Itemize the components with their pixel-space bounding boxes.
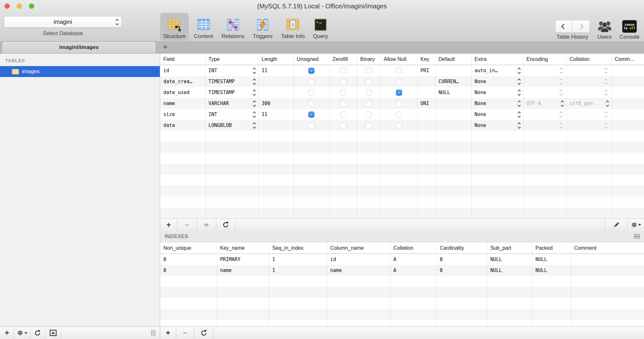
cell-default[interactable] — [435, 98, 471, 109]
col-header-sub-part[interactable]: Sub_part — [487, 242, 532, 254]
type-stepper-icon[interactable] — [253, 79, 255, 84]
cell-collation[interactable]: utf8_gen — [566, 98, 611, 109]
cell-comment[interactable] — [611, 76, 644, 87]
col-header-key[interactable]: Key — [417, 53, 435, 65]
cell-type[interactable]: INT — [205, 65, 258, 76]
zerofill-checkbox[interactable] — [340, 79, 346, 85]
encoding-stepper-icon[interactable] — [558, 112, 563, 117]
cell-field[interactable]: date_used — [160, 87, 205, 98]
cell-default[interactable] — [435, 65, 471, 76]
cell-extra[interactable]: None — [471, 98, 523, 109]
add-tab-button[interactable]: + — [163, 42, 168, 52]
cell-comment[interactable] — [611, 120, 644, 131]
duplicate-field-button[interactable]: ++ — [197, 219, 216, 231]
col-header-packed[interactable]: Packed — [532, 242, 571, 254]
cell-length[interactable]: 300 — [258, 98, 293, 109]
binary-checkbox[interactable] — [366, 101, 372, 107]
tab-imagini-images[interactable]: imagini/images — [2, 41, 156, 53]
col-header-seq-in-index[interactable]: Seq_in_index — [269, 242, 327, 254]
cell-comment[interactable] — [611, 65, 644, 76]
col-header-comment[interactable]: Comm… — [611, 53, 644, 65]
allow-null-checkbox[interactable] — [396, 101, 402, 107]
history-forward-button[interactable] — [572, 20, 590, 33]
cell-type[interactable]: TIMESTAMP — [205, 76, 258, 87]
allow-null-checkbox[interactable] — [396, 111, 402, 118]
table-info-button[interactable]: i Table Info — [278, 13, 308, 41]
field-row-data[interactable]: data LONGBLOB None — [160, 120, 644, 131]
index-row-name[interactable]: 0 name 1 name A 0 NULL NULL — [160, 265, 644, 276]
cell-extra[interactable]: None — [471, 120, 523, 131]
remove-field-button[interactable]: − — [178, 219, 197, 231]
allow-null-checkbox[interactable] — [396, 79, 402, 85]
unsigned-checkbox[interactable] — [308, 68, 314, 74]
cell-default[interactable]: CURREN… — [435, 76, 471, 87]
encoding-stepper-icon[interactable] — [558, 123, 563, 128]
cell-type[interactable]: INT — [205, 109, 258, 120]
col-header-binary[interactable]: Binary — [357, 53, 380, 65]
encoding-stepper-icon[interactable] — [558, 90, 563, 95]
cell-length[interactable]: 11 — [258, 65, 293, 76]
structure-button[interactable]: Structure — [160, 13, 189, 41]
cell-collation[interactable] — [566, 76, 611, 87]
encoding-stepper-icon[interactable] — [558, 79, 563, 84]
users-group[interactable]: Users — [597, 20, 612, 40]
extra-stepper-icon[interactable] — [518, 101, 520, 106]
cell-length[interactable] — [258, 87, 293, 98]
binary-checkbox[interactable] — [366, 122, 372, 129]
col-header-field[interactable]: Field — [160, 53, 205, 65]
refresh-indexes-button[interactable] — [194, 327, 214, 339]
cell-collation[interactable] — [566, 109, 611, 120]
unsigned-checkbox[interactable] — [308, 79, 314, 85]
col-header-comment[interactable]: Comment — [571, 242, 644, 254]
field-gear-button[interactable] — [628, 219, 644, 231]
cell-encoding[interactable]: UTF-8 — [523, 98, 566, 109]
type-stepper-icon[interactable] — [253, 112, 255, 117]
col-header-collation[interactable]: Collation — [566, 53, 611, 65]
extra-stepper-icon[interactable] — [518, 79, 520, 84]
cell-default[interactable] — [435, 120, 471, 131]
collation-stepper-icon[interactable] — [603, 90, 609, 95]
field-row-name[interactable]: name VARCHAR 300 UNI None UTF-8 utf8_gen — [160, 98, 644, 109]
type-stepper-icon[interactable] — [253, 68, 255, 73]
cell-length[interactable] — [258, 76, 293, 87]
cell-encoding[interactable] — [523, 65, 566, 76]
cell-length[interactable] — [258, 120, 293, 131]
col-header-encoding[interactable]: Encoding — [523, 53, 566, 65]
field-row-id[interactable]: id INT 11 PRI auto_in… — [160, 65, 644, 76]
cell-collation[interactable] — [566, 87, 611, 98]
allow-null-checkbox[interactable] — [396, 122, 402, 129]
add-index-button[interactable]: + — [160, 327, 176, 339]
binary-checkbox[interactable] — [366, 90, 372, 96]
binary-checkbox[interactable] — [366, 111, 372, 118]
col-header-cardinality[interactable]: Cardinality — [437, 242, 487, 254]
add-field-button[interactable]: + — [160, 219, 178, 231]
unsigned-checkbox[interactable] — [308, 111, 314, 118]
col-header-length[interactable]: Length — [258, 53, 293, 65]
extra-stepper-icon[interactable] — [518, 123, 520, 128]
cell-comment[interactable] — [611, 109, 644, 120]
cell-type[interactable]: TIMESTAMP — [205, 87, 258, 98]
binary-checkbox[interactable] — [366, 79, 372, 85]
indexes-menu-icon[interactable] — [634, 234, 640, 239]
col-header-type[interactable]: Type — [205, 53, 258, 65]
extra-stepper-icon[interactable] — [518, 90, 520, 95]
cell-default[interactable]: NULL — [435, 87, 471, 98]
cell-type[interactable]: LONGBLOB — [205, 120, 258, 131]
refresh-fields-button[interactable] — [216, 219, 235, 231]
refresh-tables-button[interactable] — [30, 327, 45, 339]
type-stepper-icon[interactable] — [253, 123, 255, 128]
cell-comment[interactable] — [611, 98, 644, 109]
col-header-extra[interactable]: Extra — [471, 53, 523, 65]
col-header-column-name[interactable]: Column_name — [327, 242, 390, 254]
col-header-key-name[interactable]: Key_name — [217, 242, 269, 254]
cell-encoding[interactable] — [523, 109, 566, 120]
zerofill-checkbox[interactable] — [340, 68, 346, 74]
zerofill-checkbox[interactable] — [340, 122, 346, 129]
extra-stepper-icon[interactable] — [518, 68, 520, 73]
cell-extra[interactable]: None — [471, 109, 523, 120]
collation-stepper-icon[interactable] — [603, 112, 609, 117]
field-row-size[interactable]: size INT 11 None — [160, 109, 644, 120]
col-header-non-unique[interactable]: Non_unique — [160, 242, 217, 254]
toggle-panel-button[interactable] — [45, 327, 61, 339]
binary-checkbox[interactable] — [366, 68, 372, 74]
